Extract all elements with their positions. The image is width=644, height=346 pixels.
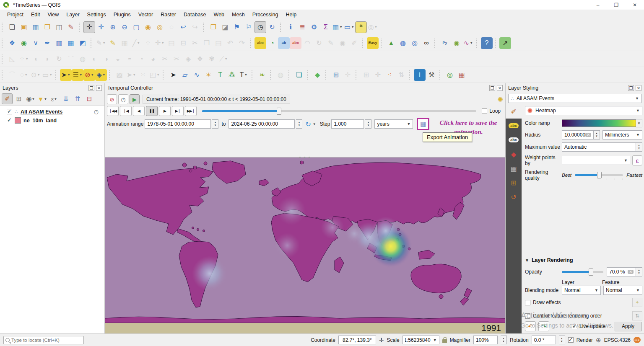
clear-icon[interactable]: ✕ bbox=[585, 133, 591, 137]
map-tips-button[interactable]: ❝ bbox=[355, 21, 367, 33]
expand-all-button[interactable]: ⇊ bbox=[60, 93, 71, 104]
minimize-button[interactable]: – bbox=[589, 0, 607, 10]
metasearch-button[interactable]: ❏ bbox=[293, 69, 305, 81]
export-animation-button[interactable]: ▦ bbox=[417, 118, 429, 130]
opacity-field[interactable]: 70.0 %✕ bbox=[607, 267, 636, 276]
invert-selection-dropdown-icon[interactable]: ▼ bbox=[156, 73, 160, 77]
manage-map-themes-button[interactable]: ◉▼ bbox=[25, 93, 36, 104]
opacity-spinner[interactable]: ▲▼ bbox=[636, 267, 642, 276]
color-ramp-bar[interactable] bbox=[562, 119, 636, 127]
temporal-navigation-off-button[interactable]: ⊘ bbox=[107, 94, 117, 104]
identify-features-button[interactable]: ℹ bbox=[285, 21, 296, 33]
draw-circle-dropdown-icon[interactable]: ▼ bbox=[24, 73, 28, 77]
diagrams-tab[interactable]: ⊞ bbox=[506, 176, 522, 190]
slyr-leaf-button[interactable]: ❧ bbox=[256, 69, 268, 81]
color-ramp-dropdown-icon[interactable]: ▼ bbox=[636, 119, 642, 127]
manage-map-themes-dropdown-icon[interactable]: ▼ bbox=[32, 97, 35, 101]
layer-item-ne-10m-land[interactable]: ne_10m_land bbox=[1, 116, 104, 125]
zoom-full-extent-button[interactable]: ▢ bbox=[130, 21, 142, 33]
styling-panel-float-button[interactable]: ❐ bbox=[628, 85, 634, 91]
opacity-slider-handle[interactable] bbox=[589, 269, 593, 276]
live-update-checkbox[interactable] bbox=[572, 324, 577, 329]
expression-button[interactable]: ε bbox=[632, 155, 642, 165]
new-spatialite-layer-button[interactable]: ✒ bbox=[42, 37, 53, 49]
close-button[interactable]: ✕ bbox=[626, 0, 644, 10]
magnifier-spinner[interactable]: ▲▼ bbox=[501, 336, 507, 344]
undo-style-button[interactable]: ↶ bbox=[525, 321, 536, 331]
menu-project[interactable]: Project bbox=[3, 11, 27, 18]
menu-web[interactable]: Web bbox=[210, 11, 228, 18]
new-virtual-layer-button[interactable]: ◩ bbox=[77, 37, 88, 49]
maximize-button[interactable]: ❐ bbox=[607, 0, 626, 10]
messages-icon[interactable]: ••• bbox=[634, 337, 641, 343]
range-start-spinner[interactable]: ▲▼ bbox=[212, 119, 218, 129]
select-features-by-value-button[interactable]: ☰▼ bbox=[72, 69, 83, 81]
form-annotation-dropdown-icon[interactable]: ▼ bbox=[244, 73, 248, 77]
new-mesh-layer-button[interactable]: ▦ bbox=[65, 37, 77, 49]
form-annotation-button[interactable]: T▼ bbox=[238, 69, 249, 81]
animated-navigation-button[interactable]: ▶ bbox=[130, 94, 140, 104]
measure-line-button[interactable]: ▭▼ bbox=[343, 21, 355, 33]
timeline-slider-handle[interactable] bbox=[277, 108, 281, 115]
layers-panel-float-button[interactable]: ❐ bbox=[88, 85, 94, 91]
clear-icon[interactable]: ✕ bbox=[628, 270, 634, 274]
menu-raster[interactable]: Raster bbox=[157, 11, 180, 18]
menu-settings[interactable]: Settings bbox=[83, 11, 110, 18]
share-export-plugin-button[interactable]: ↗ bbox=[499, 37, 511, 49]
new-print-layout-button[interactable]: ❒ bbox=[42, 21, 53, 33]
marker-annotation-button[interactable]: ✶ bbox=[203, 69, 214, 81]
maximum-value-field[interactable]: Automatic bbox=[562, 142, 636, 152]
redo-style-button[interactable]: ↷ bbox=[538, 321, 549, 331]
extent-tracking-icon[interactable]: ✛ bbox=[379, 337, 384, 343]
draw-ellipse-dropdown-icon[interactable]: ▼ bbox=[37, 73, 40, 77]
vertex-tool-dropdown-icon[interactable]: ▼ bbox=[161, 41, 164, 45]
locator-input[interactable] bbox=[11, 338, 82, 343]
filter-by-expression-dropdown-icon[interactable]: ▼ bbox=[54, 97, 57, 101]
save-project-button[interactable]: ▦ bbox=[30, 21, 42, 33]
attribute-table-dropdown-icon[interactable]: ▼ bbox=[339, 25, 343, 29]
dock-resize-handle[interactable]: ● ● ● bbox=[299, 155, 311, 159]
quickmapservices-search-button[interactable]: ◎ bbox=[409, 37, 421, 49]
menu-mesh[interactable]: Mesh bbox=[228, 11, 249, 18]
remove-layer-button[interactable]: ⊟ bbox=[84, 93, 95, 104]
range-options-dropdown-icon[interactable]: ▼ bbox=[313, 122, 316, 126]
elevation-tab[interactable]: ▦ bbox=[506, 161, 522, 176]
select-map-theme-dropdown-icon[interactable]: ▼ bbox=[132, 73, 136, 77]
select-features-button[interactable]: ➤▼ bbox=[60, 69, 72, 81]
pause-button[interactable]: ❚❚ bbox=[146, 106, 158, 116]
zoom-in-button[interactable]: ⊕ bbox=[107, 21, 119, 33]
select-features-dropdown-icon[interactable]: ▼ bbox=[67, 73, 70, 77]
deselect-features-dropdown-icon[interactable]: ▼ bbox=[91, 73, 94, 77]
highlight-pinned-labels-button[interactable]: abc bbox=[290, 37, 301, 49]
menu-database[interactable]: Database bbox=[180, 11, 210, 18]
annotation-select-button[interactable]: ➤ bbox=[167, 69, 179, 81]
menu-view[interactable]: View bbox=[44, 11, 62, 18]
temporal-layer-indicator-icon[interactable]: ◷ bbox=[94, 108, 99, 115]
processing-toolbox-button[interactable]: ⚙ bbox=[308, 21, 320, 33]
draw-rectangle-dropdown-icon[interactable]: ▼ bbox=[49, 73, 52, 77]
zoom-to-layer-button[interactable]: ◎ bbox=[154, 21, 166, 33]
temporal-settings-icon[interactable]: ✺ bbox=[498, 96, 503, 103]
show-spatial-bookmarks-button[interactable]: ⚐ bbox=[243, 21, 254, 33]
zoom-last-button[interactable]: ↩ bbox=[177, 21, 189, 33]
layout-manager-button[interactable]: ◫ bbox=[53, 21, 65, 33]
weight-points-combo[interactable]: ▼ bbox=[562, 156, 630, 165]
skip-to-end-button[interactable]: ▶▶❘ bbox=[185, 106, 197, 116]
skip-to-start-button[interactable]: ❘◀◀ bbox=[107, 106, 119, 116]
run-feature-action-dropdown-icon[interactable]: ▼ bbox=[374, 25, 378, 29]
renderer-combo[interactable]: Heatmap▼ bbox=[525, 106, 642, 115]
new-shapefile-layer-button[interactable]: ∨ bbox=[30, 37, 42, 49]
zoom-to-selection-button[interactable]: ◉ bbox=[142, 21, 154, 33]
temporal-panel-close-button[interactable]: ✕ bbox=[497, 85, 503, 91]
filter-by-expression-button[interactable]: ε▼ bbox=[49, 93, 60, 104]
menu-edit[interactable]: Edit bbox=[27, 11, 44, 18]
text-annotation-button[interactable]: T bbox=[214, 69, 226, 81]
step-spinner[interactable]: ▲▼ bbox=[365, 119, 371, 129]
profile-plot-button[interactable]: ∿▼ bbox=[462, 37, 474, 49]
history-tab[interactable]: ↺ bbox=[506, 190, 522, 204]
styling-layer-combo[interactable]: ∴ All ASAM Events▼ bbox=[508, 94, 641, 103]
debug-tools-wrench-button[interactable]: ⚒ bbox=[426, 69, 437, 81]
rendering-quality-slider[interactable] bbox=[575, 174, 623, 176]
scale-combo[interactable]: 1:56235840▼ bbox=[402, 336, 439, 344]
pan-to-selection-button[interactable]: ✛ bbox=[95, 21, 107, 33]
